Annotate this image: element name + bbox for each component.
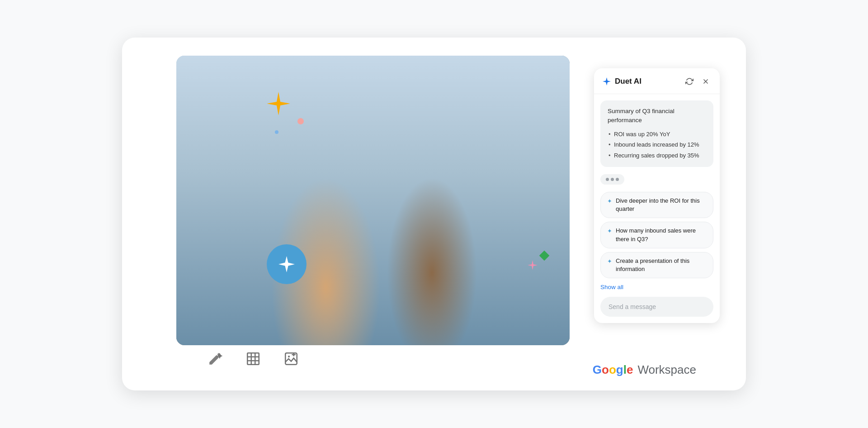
blue-dot-decoration <box>275 130 278 134</box>
bottom-toolbar <box>207 351 299 367</box>
chip-star-icon-1: ✦ <box>607 197 612 205</box>
suggestion-chip-1[interactable]: ✦ Dive deeper into the ROI for this quar… <box>600 192 713 218</box>
chat-title: Duet AI <box>615 77 642 86</box>
gold-star-decoration <box>266 91 291 116</box>
typing-indicator <box>594 171 720 188</box>
main-card: Duet AI Summ <box>122 38 746 390</box>
refresh-button[interactable] <box>684 76 695 87</box>
hero-photo <box>176 56 570 345</box>
summary-item-1: ROI was up 20% YoY <box>608 129 706 140</box>
suggestion-text-2: How many inbound sales were there in Q3? <box>616 227 707 243</box>
summary-list: ROI was up 20% YoY Inbound leads increas… <box>608 129 706 161</box>
summary-item-2: Inbound leads increased by 12% <box>608 139 706 150</box>
workspace-label: Workspace <box>637 363 696 377</box>
show-all-link[interactable]: Show all <box>594 281 720 295</box>
close-button[interactable] <box>700 76 712 87</box>
ai-circle-button[interactable] <box>267 244 307 284</box>
suggestion-chip-2[interactable]: ✦ How many inbound sales were there in Q… <box>600 222 713 248</box>
chat-panel: Duet AI Summ <box>594 68 720 323</box>
message-input[interactable]: Send a message <box>600 297 713 317</box>
chip-star-icon-3: ✦ <box>607 257 612 266</box>
pink-dot-decoration <box>297 118 304 124</box>
svg-point-6 <box>288 356 290 357</box>
summary-item-3: Recurring sales dropped by 35% <box>608 150 706 161</box>
pink-star-decoration <box>527 260 538 271</box>
chat-header: Duet AI <box>594 68 720 94</box>
suggestion-text-1: Dive deeper into the ROI for this quarte… <box>616 197 707 213</box>
suggestions-list: ✦ Dive deeper into the ROI for this quar… <box>594 188 720 281</box>
image-export-icon[interactable] <box>283 351 299 367</box>
close-icon <box>702 77 710 86</box>
edit-sparkle-icon[interactable] <box>207 351 223 367</box>
summary-heading: Summary of Q3 financial performance <box>608 107 706 125</box>
google-workspace-branding: Google Workspace <box>593 363 696 377</box>
duet-ai-star-icon <box>602 77 611 86</box>
chip-star-icon-2: ✦ <box>607 227 612 235</box>
suggestion-text-3: Create a presentation of this informatio… <box>616 257 707 273</box>
google-logo: Google <box>593 363 633 377</box>
svg-rect-0 <box>247 353 259 365</box>
table-icon[interactable] <box>245 351 261 367</box>
refresh-icon <box>685 77 693 86</box>
suggestion-chip-3[interactable]: ✦ Create a presentation of this informat… <box>600 252 713 278</box>
summary-bubble: Summary of Q3 financial performance ROI … <box>600 100 713 167</box>
